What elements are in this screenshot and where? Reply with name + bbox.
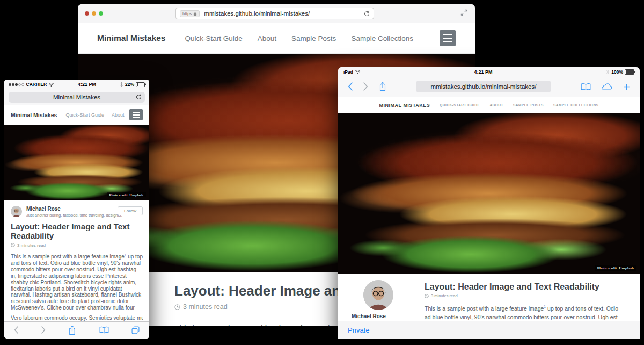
bluetooth-icon [120, 82, 123, 87]
back-button[interactable] [14, 326, 18, 334]
battery-icon [625, 69, 634, 75]
expand-arrows-icon [460, 9, 467, 16]
plus-icon [623, 83, 630, 90]
read-time: 3 minutes read [183, 303, 228, 311]
fullscreen-button[interactable] [460, 9, 467, 16]
bluetooth-icon [606, 69, 610, 75]
carrier-label: CARRIER [26, 82, 47, 87]
menu-toggle-button[interactable] [129, 109, 143, 120]
paragraph-text: This is a sample post with a large featu… [425, 305, 544, 312]
author-bio: Just another boring, tattooed, time trav… [26, 213, 122, 218]
book-icon [581, 83, 591, 91]
chevron-right-icon [363, 82, 368, 91]
post-title: Layout: Header Image and Text Readabilit… [4, 220, 149, 241]
https-badge: https [180, 10, 200, 17]
post-title: Layout: Header Image and Text Readabilit… [425, 282, 625, 292]
reload-icon [364, 11, 370, 17]
url-text: mmistakes.github.io/minimal-mistakes/ [204, 10, 310, 17]
site-title-link[interactable]: Minimal Mistakes [379, 103, 430, 108]
iphone-url-bar: Minimal Mistakes [4, 90, 149, 105]
site-masthead: Minimal Mistakes Quick-Start Guide About… [338, 97, 640, 113]
author-name: Michael Rose [352, 313, 412, 319]
icloud-tabs-button[interactable] [602, 83, 612, 90]
reload-button[interactable] [364, 11, 370, 17]
article-body: This is a sample post with a large featu… [4, 248, 149, 321]
feature-image: Photo credit: Unsplash [4, 125, 149, 200]
book-icon [99, 326, 109, 334]
ipad-safari-window: iPad 4:21 PM 100% mmistakes.github.io/mi… [338, 67, 640, 339]
nav-link-quick-start[interactable]: Quick-Start Guide [440, 103, 480, 107]
paragraph-text: up top and tons of text. Odio ad blue bo… [11, 254, 143, 310]
author-block: Michael Rose Just another boring, tattoo… [4, 200, 149, 220]
bookmarks-button[interactable] [581, 83, 591, 91]
nav-link-sample-collections[interactable]: Sample Collections [351, 34, 413, 42]
status-time: 4:21 PM [54, 82, 120, 87]
author-sidebar: Michael Rose Just another boring, tattoo… [352, 274, 412, 321]
clock-icon [11, 243, 15, 247]
author-text: Michael Rose Just another boring, tattoo… [26, 206, 122, 218]
wifi-icon [48, 82, 54, 87]
back-button[interactable] [348, 82, 353, 91]
wifi-icon [355, 69, 361, 74]
follow-button[interactable]: Follow [118, 206, 143, 215]
minimize-window-button[interactable] [92, 11, 96, 16]
window-controls [85, 11, 103, 16]
site-title-link[interactable]: Minimal Mistakes [97, 33, 166, 43]
new-tab-button[interactable] [623, 83, 630, 90]
post-meta: 3 minutes read [425, 293, 625, 298]
lock-icon [193, 11, 197, 16]
clock-icon [174, 304, 180, 310]
tabs-button[interactable] [131, 326, 140, 334]
nav-link-sample-collections[interactable]: Sample Collections [553, 103, 598, 107]
tabs-icon [131, 326, 140, 334]
post-meta: 3 minutes read [4, 241, 149, 248]
private-button[interactable]: Private [348, 326, 369, 334]
bookmarks-button[interactable] [99, 326, 109, 334]
author-name: Michael Rose [26, 206, 122, 212]
nav-link-about[interactable]: About [112, 112, 125, 118]
reload-icon [136, 94, 142, 100]
device-label: iPad [343, 69, 353, 75]
clock-icon [425, 294, 429, 298]
avatar [11, 206, 22, 217]
share-icon [379, 82, 386, 91]
share-icon [68, 325, 76, 335]
read-time: 3 minutes read [431, 293, 458, 298]
nav-link-sample-posts[interactable]: Sample Posts [513, 103, 544, 107]
nav-link-about[interactable]: About [258, 34, 276, 42]
address-field[interactable]: Minimal Mistakes [9, 92, 145, 103]
site-nav: Quick-Start Guide About Sample Posts Sam… [185, 34, 413, 42]
zoom-window-button[interactable] [99, 11, 103, 16]
nav-link-quick-start[interactable]: Quick-Start Guide [185, 34, 243, 42]
avatar [363, 280, 393, 310]
https-label: https [182, 11, 192, 16]
nav-link-quick-start[interactable]: Quick-Start Guide [65, 112, 104, 118]
read-time: 3 minutes read [17, 243, 46, 248]
address-bar[interactable]: https mmistakes.github.io/minimal-mistak… [175, 8, 374, 19]
chevron-left-icon [348, 82, 353, 91]
page-title: Minimal Mistakes [53, 94, 100, 100]
reload-button[interactable] [136, 94, 142, 100]
site-nav: Quick-Start Guide About [65, 112, 124, 118]
close-window-button[interactable] [85, 11, 89, 16]
address-field[interactable]: mmistakes.github.io/minimal-mistakes/ [416, 81, 551, 92]
forward-button[interactable] [363, 82, 368, 91]
paragraph-text: This is a sample post with a large featu… [174, 324, 350, 326]
post-paragraph-2: Vero laborum commodo occupy. Semiotics v… [11, 315, 143, 321]
article: Layout: Header Image and Text Readabilit… [412, 274, 640, 321]
nav-link-sample-posts[interactable]: Sample Posts [291, 34, 336, 42]
url-text: mmistakes.github.io/minimal-mistakes/ [431, 83, 537, 90]
safari-toolbar: mmistakes.github.io/minimal-mistakes/ [338, 77, 640, 97]
cloud-icon [602, 83, 612, 90]
site-masthead: Minimal Mistakes Quick-Start Guide About… [78, 23, 475, 54]
share-button[interactable] [379, 82, 386, 91]
nav-link-about[interactable]: About [489, 103, 503, 107]
share-button[interactable] [68, 325, 76, 335]
menu-toggle-button[interactable] [440, 30, 456, 46]
feature-image: Photo credit: Unsplash [338, 113, 640, 274]
article-layout: Michael Rose Just another boring, tattoo… [338, 274, 640, 321]
site-title-link[interactable]: Minimal Mistakes [11, 112, 57, 118]
composite-canvas: https mmistakes.github.io/minimal-mistak… [0, 0, 644, 345]
site-masthead: Minimal Mistakes Quick-Start Guide About [4, 105, 149, 125]
forward-button[interactable] [41, 326, 46, 334]
